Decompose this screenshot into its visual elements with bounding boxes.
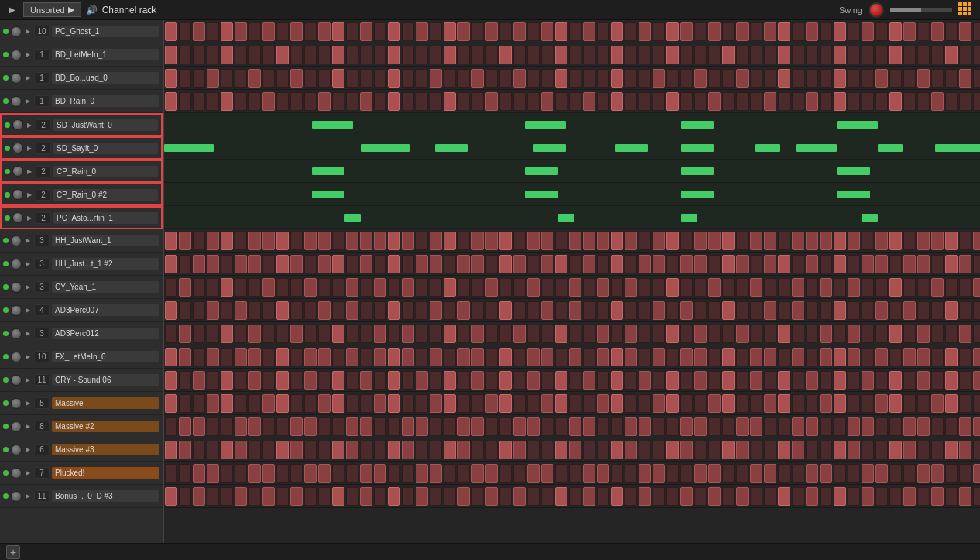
beat-cell[interactable] <box>806 22 818 41</box>
beat-cell[interactable] <box>625 92 637 111</box>
beat-cell[interactable] <box>318 348 331 366</box>
beat-cell[interactable] <box>653 232 665 250</box>
beat-cell[interactable] <box>903 441 916 459</box>
beat-cell[interactable] <box>889 22 902 41</box>
beat-cell[interactable] <box>903 371 916 390</box>
beat-cell[interactable] <box>820 46 832 64</box>
channel-arrow-11[interactable]: ▶ <box>24 283 32 291</box>
channel-arrow-16[interactable]: ▶ <box>24 400 32 407</box>
beat-cell[interactable] <box>457 348 470 366</box>
channel-name-15[interactable]: CRY - Sound 06 <box>52 374 159 386</box>
beat-cell[interactable] <box>639 325 651 343</box>
beat-cell[interactable] <box>262 441 275 459</box>
beat-cell[interactable] <box>639 278 651 297</box>
beat-cell[interactable] <box>193 417 205 436</box>
beat-cell[interactable] <box>806 417 818 436</box>
beat-cell[interactable] <box>931 464 944 483</box>
beat-cell[interactable] <box>917 325 930 343</box>
beat-cell[interactable] <box>276 255 289 273</box>
beat-cell[interactable] <box>666 417 679 436</box>
beat-cell[interactable] <box>903 232 916 250</box>
beat-cell[interactable] <box>360 46 372 64</box>
beat-cell[interactable] <box>276 325 289 343</box>
beat-cell[interactable] <box>235 46 247 64</box>
beat-cell[interactable] <box>875 46 888 64</box>
beat-cell[interactable] <box>666 348 679 366</box>
beat-cell[interactable] <box>611 325 623 343</box>
channel-row-18[interactable]: ▶6Massive #3 <box>0 438 163 462</box>
beat-cell[interactable] <box>597 92 609 111</box>
channel-knob-15[interactable] <box>11 375 22 386</box>
beat-cell[interactable] <box>750 348 762 366</box>
channel-knob-9[interactable] <box>11 235 22 246</box>
channel-knob-8[interactable] <box>12 212 23 223</box>
beat-cell[interactable] <box>945 46 958 64</box>
beat-cell[interactable] <box>653 22 665 41</box>
beat-cell[interactable] <box>262 394 275 413</box>
beat-cell[interactable] <box>931 325 944 343</box>
channel-arrow-1[interactable]: ▶ <box>24 51 32 59</box>
beat-cell[interactable] <box>207 417 219 436</box>
beat-cell[interactable] <box>778 464 790 483</box>
beat-cell[interactable] <box>527 301 540 320</box>
beat-cell[interactable] <box>444 69 456 88</box>
beat-cell[interactable] <box>653 348 665 366</box>
beat-cell[interactable] <box>862 232 874 250</box>
beat-cell[interactable] <box>875 22 888 41</box>
piano-roll-8[interactable] <box>164 206 980 228</box>
beat-cell[interactable] <box>290 69 303 88</box>
channel-row-5[interactable]: ▶2SD_SayIt_0 <box>0 136 163 160</box>
beat-cell[interactable] <box>736 441 749 459</box>
beat-cell[interactable] <box>834 348 846 366</box>
beat-cell[interactable] <box>848 348 860 366</box>
beat-cell[interactable] <box>666 487 679 506</box>
beat-cell[interactable] <box>290 22 303 41</box>
beat-cell[interactable] <box>820 278 832 297</box>
beat-cell[interactable] <box>973 487 980 506</box>
beat-cell[interactable] <box>750 487 762 506</box>
beat-cell[interactable] <box>360 417 372 436</box>
beat-cell[interactable] <box>527 394 540 413</box>
channel-row-11[interactable]: ▶3CY_Yeah_1 <box>0 276 163 299</box>
beat-cell[interactable] <box>388 46 400 64</box>
channel-row-17[interactable]: ▶8Massive #2 <box>0 415 163 438</box>
beat-cell[interactable] <box>903 464 916 483</box>
beat-cell[interactable] <box>875 69 888 88</box>
beat-cell[interactable] <box>848 92 860 111</box>
channel-knob-14[interactable] <box>11 352 22 362</box>
beat-cell[interactable] <box>193 394 205 413</box>
beat-cell[interactable] <box>722 301 735 320</box>
beat-cell[interactable] <box>694 325 707 343</box>
beat-cell[interactable] <box>402 417 414 436</box>
beat-cell[interactable] <box>221 255 233 273</box>
beat-cell[interactable] <box>262 22 275 41</box>
beat-cell[interactable] <box>388 417 400 436</box>
channel-knob-6[interactable] <box>12 166 23 177</box>
beat-cell[interactable] <box>666 394 679 413</box>
beat-cell[interactable] <box>875 348 888 366</box>
beat-cell[interactable] <box>597 464 609 483</box>
channel-arrow-3[interactable]: ▶ <box>24 98 32 105</box>
beat-cell[interactable] <box>290 441 303 459</box>
beat-cell[interactable] <box>193 255 205 273</box>
beat-cell[interactable] <box>792 255 804 273</box>
beat-cell[interactable] <box>903 22 916 41</box>
beat-cell[interactable] <box>346 69 358 88</box>
beat-cell[interactable] <box>666 441 679 459</box>
beat-cell[interactable] <box>332 278 344 297</box>
beat-cell[interactable] <box>569 487 581 506</box>
beat-cell[interactable] <box>221 278 233 297</box>
beat-cell[interactable] <box>611 487 623 506</box>
beat-cell[interactable] <box>276 22 289 41</box>
beat-cell[interactable] <box>583 22 595 41</box>
beat-cell[interactable] <box>332 464 344 483</box>
beat-cell[interactable] <box>221 22 233 41</box>
beat-cell[interactable] <box>625 69 637 88</box>
beat-cell[interactable] <box>862 22 874 41</box>
beat-cell[interactable] <box>471 371 484 390</box>
beat-cell[interactable] <box>471 92 484 111</box>
beat-cell[interactable] <box>820 417 832 436</box>
beat-cell[interactable] <box>903 301 916 320</box>
beat-cell[interactable] <box>945 371 958 390</box>
beat-cell[interactable] <box>262 325 275 343</box>
